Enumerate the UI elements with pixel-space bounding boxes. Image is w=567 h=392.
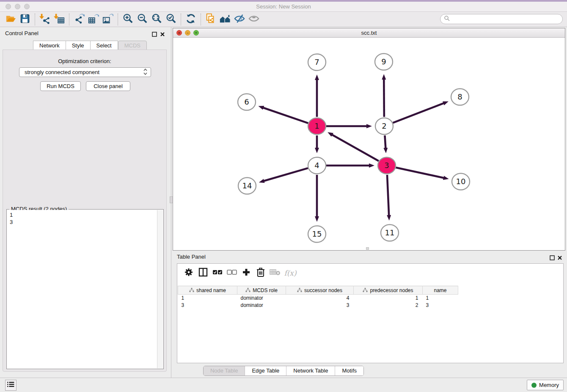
node-label: 3 [384, 161, 389, 170]
cell-mcds-role[interactable]: dominator [237, 295, 286, 302]
tab-mcds[interactable]: MCDS [118, 41, 147, 50]
edge-2-3[interactable] [385, 135, 385, 149]
memory-button[interactable]: Memory [527, 380, 564, 390]
tab-style[interactable]: Style [66, 41, 91, 50]
table-panel-close-icon[interactable] [557, 254, 562, 259]
mcds-result-list[interactable]: 1 3 [7, 210, 157, 368]
run-mcds-button[interactable]: Run MCDS [40, 81, 81, 91]
show-all-button[interactable] [247, 13, 261, 26]
plus-icon [242, 268, 250, 278]
tab-network[interactable]: Network [33, 41, 66, 50]
edge-3-11[interactable] [387, 175, 389, 216]
open-session-button[interactable] [3, 13, 18, 26]
export-network-button[interactable] [72, 13, 86, 26]
edge-3-10[interactable] [396, 168, 444, 178]
first-neighbors-button[interactable] [218, 13, 232, 26]
close-window-button[interactable] [6, 4, 11, 9]
delete-table-button[interactable] [268, 266, 282, 280]
deselect-all-button[interactable] [225, 266, 239, 280]
export-image-button[interactable] [101, 13, 115, 26]
table-row[interactable]: 1 dominator 4 1 1 [178, 295, 458, 302]
search-input[interactable] [450, 15, 562, 23]
cell-predecessor-nodes[interactable]: 1 [354, 295, 423, 302]
search-box[interactable] [440, 14, 563, 24]
control-panel-close-icon[interactable] [160, 31, 165, 36]
cell-successor-nodes[interactable]: 4 [286, 295, 354, 302]
table-panel-float-icon[interactable] [550, 254, 555, 259]
result-line: 1 [10, 211, 157, 218]
network-view-window[interactable]: × − + scc.txt 7968124314101511 [173, 28, 565, 251]
hide-selected-button[interactable] [232, 13, 247, 26]
cell-shared-name[interactable]: 3 [178, 302, 237, 309]
zoom-fit-button[interactable] [149, 13, 164, 26]
zoom-in-button[interactable] [121, 13, 135, 26]
node-2[interactable]: 2 [375, 118, 393, 135]
node-15[interactable]: 15 [308, 226, 326, 243]
add-column-button[interactable] [239, 266, 253, 280]
task-history-button[interactable] [5, 380, 17, 391]
minimize-window-button[interactable] [15, 4, 20, 9]
select-all-button[interactable] [210, 266, 225, 280]
edge-2-9[interactable] [384, 79, 384, 117]
tab-node-table[interactable]: Node Table [204, 366, 245, 375]
node-table[interactable]: shared name MCDS role successor nodes pr… [178, 286, 458, 309]
export-table-button[interactable] [86, 13, 101, 26]
cell-shared-name[interactable]: 1 [178, 295, 237, 302]
import-network-button[interactable] [38, 13, 52, 26]
node-7[interactable]: 7 [308, 54, 326, 71]
node-4[interactable]: 4 [308, 157, 326, 174]
node-8[interactable]: 8 [451, 89, 469, 105]
result-scrollbar[interactable] [157, 210, 163, 368]
tab-motifs[interactable]: Motifs [335, 366, 363, 375]
close-panel-button[interactable]: Close panel [86, 81, 130, 91]
duplicate-network-button[interactable] [204, 13, 218, 26]
cell-name[interactable]: 1 [423, 295, 458, 302]
node-1[interactable]: 1 [308, 118, 326, 135]
node-10[interactable]: 10 [452, 174, 470, 190]
node-9[interactable]: 9 [375, 54, 393, 70]
save-session-button[interactable] [18, 13, 32, 26]
delete-column-button[interactable] [253, 266, 268, 280]
table-settings-button[interactable] [182, 266, 196, 280]
network-zoom-button[interactable]: + [193, 30, 199, 36]
column-header-shared-name[interactable]: shared name [178, 286, 237, 295]
node-11[interactable]: 11 [381, 225, 399, 241]
column-header-mcds-role[interactable]: MCDS role [237, 286, 286, 295]
node-14[interactable]: 14 [238, 178, 256, 194]
cell-mcds-role[interactable]: dominator [237, 302, 286, 309]
tab-network-table[interactable]: Network Table [286, 366, 335, 375]
control-panel-float-icon[interactable] [152, 31, 157, 36]
table-row[interactable]: 3 dominator 3 2 3 [178, 302, 458, 309]
titlebar[interactable]: Session: New Session [0, 2, 567, 12]
split-panel-button[interactable] [196, 266, 210, 280]
edge-2-8[interactable] [393, 103, 444, 123]
edge-4-14[interactable] [263, 168, 308, 181]
network-graph[interactable]: 7968124314101511 [173, 38, 565, 250]
function-builder-button[interactable]: f(x) [282, 266, 297, 280]
tab-select[interactable]: Select [91, 41, 118, 50]
cell-predecessor-nodes[interactable]: 2 [354, 302, 423, 309]
tab-edge-table[interactable]: Edge Table [245, 366, 286, 375]
zoom-out-button[interactable] [135, 13, 149, 26]
cell-successor-nodes[interactable]: 3 [286, 302, 354, 309]
column-header-predecessor-nodes[interactable]: predecessor nodes [354, 286, 423, 295]
refresh-icon [186, 14, 196, 25]
network-minimize-button[interactable]: − [185, 30, 190, 36]
node-3[interactable]: 3 [378, 157, 396, 174]
column-header-name[interactable]: name [423, 286, 458, 295]
zoom-selected-button[interactable] [164, 13, 178, 26]
checked-boxes-icon [212, 269, 223, 277]
network-close-button[interactable]: × [176, 30, 182, 36]
column-header-successor-nodes[interactable]: successor nodes [286, 286, 354, 295]
zoom-window-button[interactable] [24, 4, 30, 9]
edge-3-1[interactable] [332, 135, 379, 161]
node-label: 7 [314, 58, 319, 66]
network-window-titlebar[interactable]: × − + scc.txt [173, 28, 565, 38]
import-table-button[interactable] [52, 13, 66, 26]
canvas-resize-dot[interactable] [366, 247, 369, 250]
refresh-button[interactable] [184, 13, 198, 26]
node-6[interactable]: 6 [238, 94, 256, 110]
cell-name[interactable]: 3 [423, 302, 458, 309]
edge-1-6[interactable] [263, 108, 308, 123]
optimization-criterion-select[interactable]: strongly connected component [19, 67, 151, 77]
